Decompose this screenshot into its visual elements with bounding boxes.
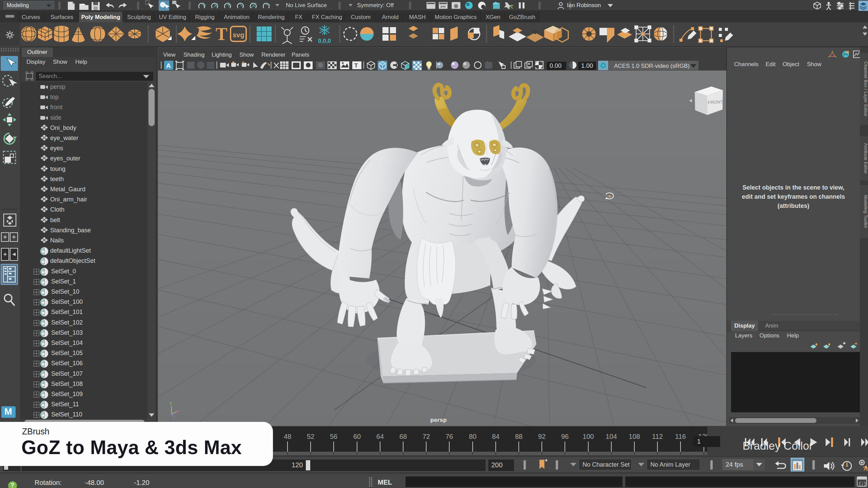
svg-text:60: 60 [353, 433, 361, 440]
svg-text:T: T [216, 24, 228, 44]
svg-text:z: z [173, 417, 175, 421]
svg-text:76: 76 [446, 433, 453, 440]
svg-text:persp: persp [430, 417, 447, 423]
svg-text:112: 112 [652, 433, 663, 440]
svg-text:FRONT: FRONT [708, 99, 723, 105]
svg-text:64: 64 [376, 433, 384, 440]
svg-text:88: 88 [515, 433, 522, 440]
svg-text:{;}: {;} [859, 481, 866, 486]
svg-text:84: 84 [492, 433, 499, 440]
svg-text:92: 92 [538, 433, 546, 440]
svg-text:56: 56 [330, 433, 337, 440]
svg-text:T: T [354, 62, 358, 69]
svg-text:48: 48 [284, 433, 291, 440]
svg-text:0.00: 0.00 [550, 62, 561, 69]
svg-text:52: 52 [307, 433, 314, 440]
svg-text:svg: svg [233, 31, 244, 39]
svg-text:72: 72 [422, 433, 430, 440]
svg-text:1.00: 1.00 [581, 62, 593, 69]
svg-text:104: 104 [606, 433, 617, 440]
svg-text:y: y [170, 400, 172, 406]
svg-text:116: 116 [675, 433, 686, 440]
svg-text:IPR: IPR [440, 5, 446, 8]
svg-text:100: 100 [583, 433, 594, 440]
svg-text:A: A [166, 62, 171, 69]
svg-text:x: x [178, 409, 180, 413]
svg-text:108: 108 [629, 433, 640, 440]
svg-text:0,0,0: 0,0,0 [318, 38, 331, 44]
svg-text:68: 68 [399, 433, 407, 440]
svg-text:96: 96 [561, 433, 569, 440]
svg-text:ACES 1.0 SDR-video (sRGB): ACES 1.0 SDR-video (sRGB) [614, 63, 690, 69]
svg-text:80: 80 [469, 433, 476, 440]
